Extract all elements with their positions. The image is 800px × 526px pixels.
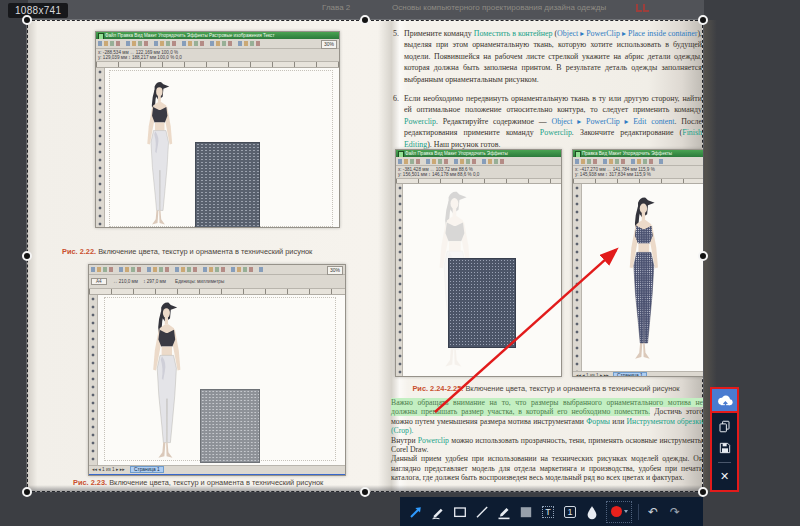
- captured-os-taskbar: [89, 474, 345, 476]
- corel-menu-items: Правка Вид Макет Упорядочить Эффекты: [582, 151, 672, 156]
- blur-tool-button[interactable]: [584, 504, 600, 520]
- list-number: 5.: [393, 28, 399, 39]
- selection-handle-w[interactable]: [22, 251, 32, 261]
- corel-menubar: Файл Правка Вид Макет Упорядочить Эффект…: [96, 32, 339, 39]
- figure-caption-2425: Рис. 2.24-2.25. Включение цвета, текстур…: [391, 384, 701, 393]
- marker-tool-button[interactable]: [496, 504, 512, 520]
- selection-handle-e[interactable]: [698, 251, 708, 261]
- corel-status-bar: ◂◂ ◂ 1 из 1 ▸ ▸▸ Страница 1: [89, 465, 345, 474]
- line-tool-button[interactable]: [474, 504, 490, 520]
- redo-icon: ↷: [670, 504, 680, 520]
- screen: 1088x741 Глава 2 Основы компьютерного пр…: [0, 0, 800, 526]
- figure-caption-222: Рис. 2.22. Включение цвета, текстур и ор…: [62, 247, 312, 256]
- units-dropdown: Единицы: миллиметры: [175, 279, 224, 284]
- object-position-y: y: 145,938 мм ↕ 317,834 мм 115,9 %: [575, 172, 701, 177]
- paper-size-dropdown: A4: [91, 278, 107, 285]
- text-run: . Закончите редактирование (: [572, 128, 682, 137]
- corel-menubar: Правка Вид Макет Упорядочить Эффекты: [573, 150, 703, 157]
- toolbar-icons-strip: [398, 159, 510, 164]
- header-red-mark: [636, 4, 642, 12]
- page-height-field: ↕ 297,0 мм: [143, 279, 166, 284]
- chevron-down-icon: [624, 510, 628, 513]
- selection-handle-se[interactable]: [698, 487, 708, 497]
- close-button[interactable]: ✕: [717, 468, 733, 484]
- corel-canvas: [98, 295, 345, 465]
- text-tool-button[interactable]: T: [540, 504, 556, 520]
- caption-text: Включение цвета, текстур и орнамента в т…: [107, 478, 323, 487]
- corel-canvas: [403, 184, 561, 377]
- text-run: Примените команду: [404, 29, 474, 38]
- book-running-head-title: Основы компьютерного проектирования диза…: [392, 3, 606, 12]
- color-picker-button[interactable]: [606, 501, 632, 523]
- selection-handle-n[interactable]: [360, 15, 370, 25]
- current-color-swatch: [611, 506, 622, 517]
- rectangle-tool-icon: [452, 504, 468, 520]
- droplet-icon: [584, 504, 600, 520]
- annotation-toolbar: T 1 ↶ ↷: [400, 497, 703, 526]
- caption-text: Включение цвета, текстур и орнамента в т…: [463, 384, 679, 393]
- save-icon: [718, 441, 732, 455]
- selection-handle-sw[interactable]: [22, 487, 32, 497]
- note-text-block: Важно обращать внимание на то, что разме…: [391, 398, 703, 483]
- corel-status-bar: ◂◂ ◂ 1 из 1 ▸ ▸▸ Страница 1: [573, 371, 703, 377]
- copy-button[interactable]: [717, 419, 733, 435]
- selection-handle-s[interactable]: [360, 487, 370, 497]
- undo-icon: ↶: [648, 504, 658, 520]
- command-name: Поместить в контейнер: [474, 29, 553, 38]
- corel-menubar: Файл Правка Вид Макет Упорядочить Эффект…: [396, 150, 561, 157]
- corel-property-bar: x: -381,428 мм ↔ 103,72 мм 88,6 % y: 156…: [396, 166, 561, 179]
- zoom-level-box: 30%: [327, 266, 343, 275]
- upload-button[interactable]: [710, 387, 739, 413]
- counter-tool-button[interactable]: 1: [562, 504, 578, 520]
- rectangle-tool-button[interactable]: [452, 504, 468, 520]
- corel-window-fig225: Правка Вид Макет Упорядочить Эффекты x: …: [572, 149, 703, 377]
- corel-toolbar: 30%: [96, 39, 339, 49]
- paragraph-step5: 5.Примените команду Поместить в контейне…: [393, 28, 702, 85]
- corel-canvas: [105, 68, 339, 228]
- arrow-tool-button[interactable]: [408, 504, 424, 520]
- corel-property-bar: A4 ↔ 210,0 мм ↕ 297,0 мм Единицы: миллим…: [89, 275, 345, 289]
- selection-size-badge: 1088x741: [8, 3, 68, 18]
- book-running-head-chapter: Глава 2: [322, 3, 350, 12]
- tool-name: Формы: [586, 417, 610, 426]
- selected-ornament-texture: [448, 258, 516, 348]
- blur-region-tool-button[interactable]: [518, 504, 534, 520]
- menu-path: Object ▸ PowerClip ▸ Edit content: [551, 117, 674, 126]
- corel-menu-items: Файл Правка Вид Макет Упорядочить Эффект…: [105, 33, 275, 38]
- closing-paragraph: Данный прием удобен при использовании на…: [391, 454, 703, 482]
- caption-label: Рис. 2.24-2.25.: [412, 384, 463, 393]
- object-position-y: y: 129,039 мм ↕ 188,217 мм 100,0 % 0,0: [98, 55, 337, 60]
- save-button[interactable]: [717, 440, 733, 456]
- fashion-figure-textured: [618, 196, 668, 362]
- undo-button[interactable]: ↶: [645, 504, 661, 520]
- page-tab: Страница 1: [130, 466, 164, 473]
- text-run: или: [610, 417, 627, 426]
- redo-button[interactable]: ↷: [667, 504, 683, 520]
- text-run: . Редактируйте содержимое —: [436, 117, 551, 126]
- filled-square-icon: [518, 504, 534, 520]
- command-name: Powerclip: [404, 117, 436, 126]
- corel-menu-items: Файл Правка Вид Макет Упорядочить Эффект…: [405, 151, 508, 156]
- selection-handle-nw[interactable]: [22, 15, 32, 25]
- pencil-tool-button[interactable]: [430, 504, 446, 520]
- corel-toolbar: 30%: [89, 265, 345, 275]
- close-icon: ✕: [720, 471, 729, 482]
- toolbar-icons-strip: [98, 41, 263, 46]
- corel-canvas: [582, 184, 703, 371]
- caption-label: Рис. 2.23.: [73, 478, 107, 487]
- page-navigator: ◂◂ ◂ 1 из 1 ▸ ▸▸: [92, 467, 125, 472]
- command-name: Powerclip: [418, 436, 449, 445]
- corel-window-fig223: 30% A4 ↔ 210,0 мм ↕ 297,0 мм Единицы: ми…: [88, 264, 346, 476]
- fashion-figure-sketch: [137, 80, 181, 228]
- corel-toolbox: [573, 184, 582, 371]
- paragraph-step6: 6.Если необходимо передвинуть орнаментал…: [393, 93, 702, 150]
- toolbar-icons-strip: [91, 267, 265, 272]
- corel-property-bar: x: -288,534 мм ↔ 122,169 мм 100,0 % y: 1…: [96, 49, 339, 62]
- selection-handle-ne[interactable]: [698, 15, 708, 25]
- fashion-figure-sketch: [142, 301, 190, 461]
- corel-property-bar: x: -417,270 мм ↔ 141,784 мм 115,9 % y: 1…: [573, 166, 703, 179]
- ornament-texture-swatch: [195, 142, 260, 228]
- cloud-upload-icon: [715, 393, 735, 408]
- page-tab: Страница 1: [613, 372, 647, 377]
- side-action-group: ✕: [710, 411, 739, 492]
